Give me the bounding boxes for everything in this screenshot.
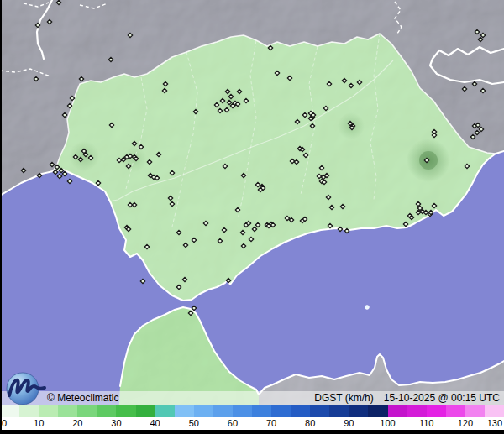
scale-swatch bbox=[329, 405, 349, 417]
meteoclimatic-logo bbox=[3, 369, 52, 408]
weather-map bbox=[0, 0, 504, 434]
bottom-border bbox=[0, 430, 504, 434]
scale-tick-label: 100 bbox=[380, 418, 395, 428]
alboran-island bbox=[365, 306, 370, 310]
scale-tick-labels: 0102030405060708090100110120130 bbox=[0, 417, 504, 430]
wave-globe-icon bbox=[3, 369, 52, 408]
scale-tick-label: 90 bbox=[344, 418, 354, 428]
scale-tick-label: 0 bbox=[2, 418, 7, 428]
scale-tick-label: 70 bbox=[266, 418, 276, 428]
scale-tick-label: 10 bbox=[34, 418, 44, 428]
scale-swatch bbox=[58, 405, 77, 417]
left-border bbox=[0, 0, 2, 434]
footer-bar: © Meteoclimatic DGST (km/h) 15-10-2025 @… bbox=[0, 391, 504, 405]
scale-tick-label: 110 bbox=[419, 418, 434, 428]
scale-swatch bbox=[175, 405, 194, 417]
scale-swatch bbox=[77, 405, 97, 417]
scale-swatch bbox=[427, 405, 446, 417]
scale-swatch bbox=[291, 405, 310, 417]
scale-swatch bbox=[252, 405, 271, 417]
scale-swatch bbox=[310, 405, 329, 417]
map-title: DGST (km/h) 15-10-2025 @ 00:15 UTC bbox=[314, 391, 500, 405]
scale-swatch bbox=[213, 405, 233, 417]
scale-swatch bbox=[485, 405, 504, 417]
scale-tick-label: 130 bbox=[487, 418, 502, 428]
metric-label: DGST (km/h) bbox=[314, 391, 373, 405]
timestamp-label: 15-10-2025 @ 00:15 UTC bbox=[384, 391, 500, 405]
scale-tick-label: 120 bbox=[458, 418, 473, 428]
scale-swatch bbox=[155, 405, 175, 417]
scale-tick-label: 40 bbox=[150, 418, 160, 428]
scale-swatch bbox=[194, 405, 213, 417]
scale-tick-label: 50 bbox=[189, 418, 199, 428]
scale-swatch bbox=[271, 405, 291, 417]
scale-swatch bbox=[349, 405, 368, 417]
gust-shade bbox=[69, 141, 99, 171]
scale-swatch bbox=[368, 405, 387, 417]
scale-swatch bbox=[97, 405, 116, 417]
scale-swatch bbox=[446, 405, 465, 417]
scale-swatch bbox=[233, 405, 252, 417]
attribution-text: © Meteoclimatic bbox=[47, 391, 119, 405]
scale-swatch bbox=[407, 405, 427, 417]
scale-swatch bbox=[116, 405, 135, 417]
scale-swatch bbox=[388, 405, 407, 417]
scale-tick-label: 60 bbox=[228, 418, 238, 428]
gust-color-scale bbox=[0, 405, 504, 417]
scale-swatch bbox=[136, 405, 155, 417]
scale-tick-label: 20 bbox=[72, 418, 82, 428]
meteoclimatic-gust-map: © Meteoclimatic DGST (km/h) 15-10-2025 @… bbox=[0, 0, 504, 434]
scale-tick-label: 30 bbox=[111, 418, 121, 428]
scale-tick-label: 80 bbox=[305, 418, 315, 428]
scale-swatch bbox=[465, 405, 485, 417]
